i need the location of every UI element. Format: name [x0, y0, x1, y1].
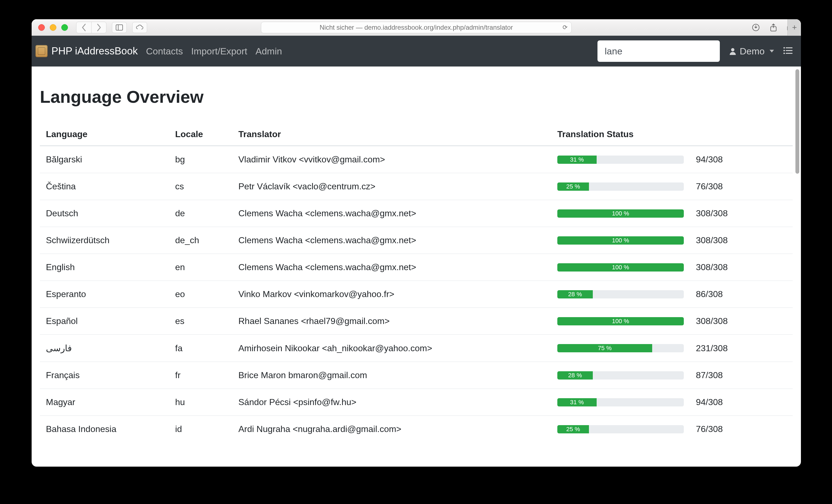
cell-language: English	[40, 254, 169, 281]
table-row: فارسیfaAmirhosein Nikookar <ah_nikookar@…	[40, 335, 793, 362]
progress-ratio: 308/308	[696, 235, 728, 245]
table-row: ČeštinacsPetr Václavík <vaclo@centrum.cz…	[40, 173, 793, 200]
nav-contacts[interactable]: Contacts	[146, 46, 183, 57]
table-row: FrançaisfrBrice Maron bmaron@gmail.com28…	[40, 362, 793, 389]
cell-status: 100 %308/308	[551, 254, 793, 281]
new-tab-button[interactable]: +	[787, 19, 801, 36]
cell-locale: de_ch	[169, 227, 232, 254]
table-row: EspañolesRhael Sananes <rhael79@gmail.co…	[40, 308, 793, 335]
progress-ratio: 76/308	[696, 424, 723, 434]
progress-ratio: 94/308	[696, 397, 723, 407]
search-box[interactable]	[597, 41, 720, 62]
svg-point-12	[784, 52, 785, 54]
progress-fill: 31 %	[557, 398, 597, 406]
cell-locale: fa	[169, 335, 232, 362]
close-icon[interactable]	[38, 24, 45, 31]
progress-ratio: 87/308	[696, 370, 723, 380]
cell-locale: eo	[169, 281, 232, 308]
nav-import-export[interactable]: Import/Export	[191, 46, 247, 57]
user-menu[interactable]: Demo	[729, 46, 774, 57]
nav-admin[interactable]: Admin	[255, 46, 282, 57]
search-input[interactable]	[604, 46, 713, 57]
cell-translator: Sándor Pécsi <psinfo@fw.hu>	[232, 389, 551, 416]
cell-language: Schwiizerdütsch	[40, 227, 169, 254]
brand-icon	[35, 45, 48, 57]
nav-arrows	[76, 22, 106, 33]
progress-bar: 25 %	[557, 425, 684, 433]
brand-label: PHP iAddressBook	[51, 45, 138, 57]
cell-translator: Clemens Wacha <clemens.wacha@gmx.net>	[232, 200, 551, 227]
cell-translator: Amirhosein Nikookar <ah_nikookar@yahoo.c…	[232, 335, 551, 362]
progress-bar: 100 %	[557, 209, 684, 218]
user-name: Demo	[739, 46, 765, 57]
col-translator: Translator	[232, 123, 551, 146]
cell-translator: Ardi Nugraha <nugraha.ardi@gmail.com>	[232, 416, 551, 443]
cell-language: Bălgarski	[40, 146, 169, 173]
cell-translator: Clemens Wacha <clemens.wacha@gmx.net>	[232, 254, 551, 281]
svg-point-6	[731, 48, 734, 51]
table-row: EnglishenClemens Wacha <clemens.wacha@gm…	[40, 254, 793, 281]
back-button[interactable]	[76, 22, 91, 33]
cell-status: 31 %94/308	[551, 146, 793, 173]
forward-button[interactable]	[91, 22, 106, 33]
progress-fill: 100 %	[557, 317, 684, 325]
scrollbar[interactable]	[796, 69, 799, 174]
user-icon	[729, 47, 736, 55]
cell-status: 25 %76/308	[551, 416, 793, 443]
cell-language: Esperanto	[40, 281, 169, 308]
cell-language: Español	[40, 308, 169, 335]
progress-bar: 100 %	[557, 236, 684, 245]
cell-locale: en	[169, 254, 232, 281]
icloud-tabs-button[interactable]	[132, 22, 147, 33]
progress-ratio: 308/308	[696, 262, 728, 272]
cell-locale: id	[169, 416, 232, 443]
cell-locale: hu	[169, 389, 232, 416]
progress-fill: 25 %	[557, 183, 589, 191]
progress-ratio: 86/308	[696, 289, 723, 299]
share-icon[interactable]	[768, 21, 779, 33]
progress-bar: 25 %	[557, 183, 684, 191]
address-text: Nicht sicher — demo.iaddressbook.org/ind…	[319, 24, 513, 31]
reload-icon[interactable]: ⟳	[563, 24, 568, 31]
cell-status: 100 %308/308	[551, 308, 793, 335]
cell-locale: es	[169, 308, 232, 335]
cell-language: Čeština	[40, 173, 169, 200]
progress-ratio: 231/308	[696, 343, 728, 353]
cell-language: فارسی	[40, 335, 169, 362]
window-controls	[38, 24, 68, 31]
cell-status: 31 %94/308	[551, 389, 793, 416]
cell-status: 100 %308/308	[551, 200, 793, 227]
progress-fill: 31 %	[557, 156, 597, 164]
zoom-icon[interactable]	[61, 24, 68, 31]
table-row: BălgarskibgVladimir Vitkov <vvitkov@gmai…	[40, 146, 793, 173]
page-viewport: PHP iAddressBook Contacts Import/Export …	[32, 36, 801, 467]
cell-translator: Petr Václavík <vaclo@centrum.cz>	[232, 173, 551, 200]
cell-language: Magyar	[40, 389, 169, 416]
page-content: Language Overview Language Locale Transl…	[32, 67, 801, 443]
progress-bar: 31 %	[557, 398, 684, 406]
cell-status: 75 %231/308	[551, 335, 793, 362]
cell-translator: Clemens Wacha <clemens.wacha@gmx.net>	[232, 227, 551, 254]
progress-ratio: 308/308	[696, 208, 728, 218]
minimize-icon[interactable]	[50, 24, 56, 31]
progress-bar: 100 %	[557, 317, 684, 325]
cell-translator: Rhael Sananes <rhael79@gmail.com>	[232, 308, 551, 335]
titlebar: Nicht sicher — demo.iaddressbook.org/ind…	[32, 19, 801, 36]
cell-locale: fr	[169, 362, 232, 389]
sidebar-toggle-button[interactable]	[112, 22, 127, 33]
list-icon[interactable]	[783, 46, 793, 57]
brand[interactable]: PHP iAddressBook	[35, 45, 138, 57]
progress-bar: 75 %	[557, 344, 684, 352]
address-bar[interactable]: Nicht sicher — demo.iaddressbook.org/ind…	[261, 22, 572, 33]
table-row: MagyarhuSándor Pécsi <psinfo@fw.hu>31 %9…	[40, 389, 793, 416]
progress-ratio: 94/308	[696, 155, 723, 165]
progress-bar: 28 %	[557, 371, 684, 379]
col-status: Translation Status	[551, 123, 793, 146]
browser-window: Nicht sicher — demo.iaddressbook.org/ind…	[32, 19, 801, 467]
cell-language: Bahasa Indonesia	[40, 416, 169, 443]
downloads-icon[interactable]	[750, 21, 762, 33]
page-title: Language Overview	[40, 87, 793, 107]
svg-point-11	[784, 50, 785, 51]
cell-language: Deutsch	[40, 200, 169, 227]
chevron-down-icon	[770, 50, 774, 52]
